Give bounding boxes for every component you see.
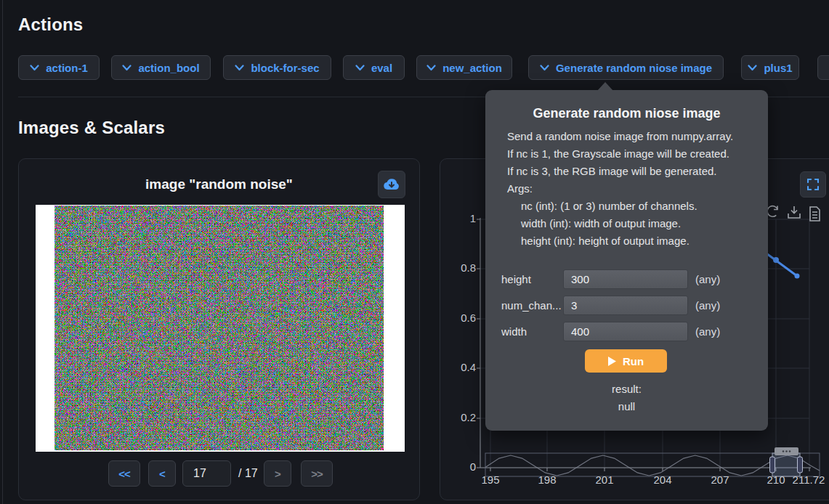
description-line: Send a random noise image from numpy.arr… [507,128,733,145]
action-button-label: action_bool [138,62,199,74]
prev-page-button[interactable]: < [148,460,176,487]
action-button-plus1[interactable]: plus1 [741,55,799,80]
left-edge-divider [2,0,3,504]
run-button-label: Run [623,355,644,367]
action-popup: Generate random niose image Send a rando… [485,90,768,431]
chevron-down-icon [748,65,757,71]
param-input-width[interactable] [563,322,688,341]
page-number-input[interactable] [182,460,231,487]
x-tick-label: 195 [467,473,514,486]
last-page-button[interactable]: >> [301,460,333,487]
action-button-action-bool[interactable]: action_bool [111,55,211,80]
action-button-block-for-sec[interactable]: block-for-sec [223,55,331,80]
fullscreen-button[interactable] [800,171,826,198]
param-input-num-channels[interactable] [563,296,688,315]
param-label: width [501,322,562,341]
x-tick-label: 207 [697,473,743,486]
play-icon [608,357,616,366]
result-label: result: [485,381,768,398]
param-label: num_chan... [501,296,562,315]
param-row-height: height (any) [485,269,768,289]
action-button-label: plus1 [764,62,792,74]
action-button-label: action-1 [46,62,88,74]
popup-title: Generate random niose image [485,106,768,121]
chevron-down-icon [122,65,132,71]
action-button-label: Generate random niose image [556,62,712,74]
y-tick-label: 0 [447,460,476,473]
x-tick-label: 201 [581,473,628,486]
action-button-clipped[interactable] [817,55,829,80]
cloud-download-icon [383,177,400,192]
random-noise-image [54,206,384,450]
param-input-height[interactable] [563,269,688,289]
first-page-button[interactable]: << [108,460,140,487]
fullscreen-icon [807,179,819,190]
result-value: null [485,398,768,415]
action-button-label: new_action [442,62,502,74]
action-button-action-1[interactable]: action-1 [18,55,100,80]
next-page-button[interactable]: > [264,460,291,487]
download-image-button[interactable] [378,171,405,198]
param-row-width: width (any) [485,322,768,341]
page-total-label: / 17 [238,460,258,487]
description-line: Args: [507,180,733,198]
figure-white-canvas [36,205,405,452]
image-card: image "random noise" << < / 17 > >> [18,158,420,500]
description-line: If nc is 1, the Grayscale image will be … [507,145,733,163]
y-tick-label: 0.4 [447,361,476,373]
action-button-new-action[interactable]: new_action [416,55,512,80]
popup-caret [597,82,613,91]
chevron-down-icon [426,65,436,71]
param-type-label: (any) [695,269,720,289]
dashboard-page: Actions action-1 action_bool block-for-s… [0,0,829,504]
description-line: If nc is 3, the RGB image will be genera… [507,163,733,180]
y-tick-label: 0.8 [447,261,476,274]
image-card-title: image "random noise" [19,176,419,192]
y-tick-label: 0.6 [447,312,476,324]
param-label: height [501,269,562,289]
x-tick-label: 211.72 [785,473,829,486]
action-button-generate-random-niose-image[interactable]: Generate random niose image [528,55,724,80]
images-scalars-heading: Images & Scalars [18,118,165,138]
y-tick-label: 1 [447,212,476,224]
action-button-label: block-for-sec [251,62,319,74]
param-type-label: (any) [695,322,720,341]
param-type-label: (any) [695,296,720,315]
description-line: nc (int): (1 or 3) number of channels. [507,198,733,215]
chevron-down-icon [235,65,244,71]
chevron-down-icon [30,65,39,71]
actions-heading: Actions [18,15,83,35]
action-button-label: eval [371,62,392,74]
chevron-down-icon [355,65,365,71]
param-row-num-channels: num_chan... (any) [485,296,768,315]
action-button-eval[interactable]: eval [343,55,405,80]
x-tick-label: 204 [639,473,686,486]
x-tick-label: 198 [524,473,570,486]
y-tick-label: 0.2 [447,411,476,423]
description-line: height (int): height of output image. [507,232,733,250]
run-button[interactable]: Run [585,349,667,373]
description-line: width (int): width of output image. [507,215,733,232]
chevron-down-icon [540,65,549,71]
popup-description: Send a random noise image from numpy.arr… [507,128,733,250]
